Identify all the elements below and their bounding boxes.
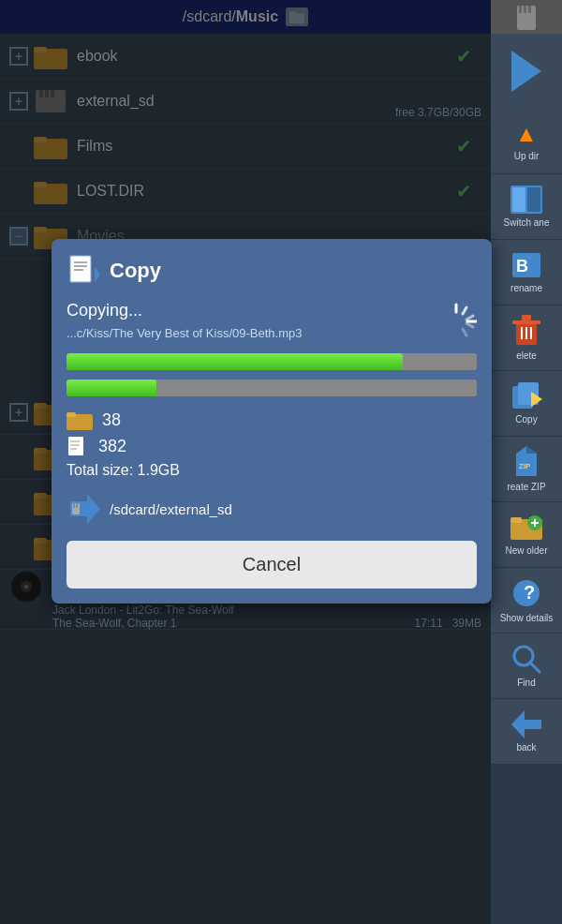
find-icon — [511, 644, 541, 674]
svg-line-76 — [530, 663, 540, 672]
rename-label: rename — [510, 283, 542, 293]
delete-icon — [512, 315, 540, 347]
copy-modal: Copy Copying... ...c/Kiss/The Very Best … — [52, 239, 492, 604]
sidebar-btn-find[interactable]: Find — [491, 633, 562, 699]
right-sidebar: ▲ Up dir Switch ane B rename elete — [491, 0, 562, 924]
svg-rect-58 — [522, 315, 531, 320]
sidebar-btn-new-folder[interactable]: New older — [491, 502, 562, 568]
sidebar-btn-back[interactable]: back — [491, 699, 562, 765]
sidebar-top — [491, 0, 562, 34]
modal-header: Copy — [67, 254, 477, 288]
svg-rect-53 — [527, 187, 540, 212]
show-details-icon: ? — [512, 577, 540, 609]
svg-rect-50 — [528, 6, 531, 13]
up-dir-icon: ▲ — [515, 121, 538, 147]
svg-rect-28 — [74, 269, 83, 271]
svg-line-33 — [466, 316, 473, 320]
svg-text:B: B — [516, 257, 528, 276]
sd-card-icon — [515, 2, 538, 32]
back-label: back — [516, 742, 536, 753]
show-details-label: Show details — [500, 613, 554, 623]
cancel-button[interactable]: Cancel — [67, 541, 477, 589]
sidebar-btn-switch-pane[interactable]: Switch ane — [491, 174, 562, 240]
folder-small-icon — [67, 410, 93, 430]
sidebar-btn-copy[interactable]: Copy — [491, 371, 562, 437]
sidebar-btn-delete[interactable]: elete — [491, 306, 562, 371]
total-size-label: Total size: — [67, 462, 133, 478]
rename-icon: B — [510, 251, 542, 279]
sidebar-btn-show-details[interactable]: ? Show details — [491, 568, 562, 633]
right-arrow-icon — [511, 51, 541, 92]
copy-icon — [510, 382, 542, 410]
nav-arrow-section — [491, 34, 562, 109]
svg-rect-40 — [70, 440, 80, 442]
file-count: 382 — [98, 437, 126, 456]
dest-arrow-icon — [67, 492, 100, 526]
svg-rect-45 — [73, 503, 75, 508]
svg-line-32 — [463, 307, 466, 314]
progress-bar-1 — [67, 353, 477, 370]
svg-rect-69 — [510, 517, 522, 523]
svg-rect-46 — [76, 503, 78, 508]
svg-marker-66 — [526, 446, 537, 454]
svg-rect-41 — [70, 444, 80, 446]
progress-fill-1 — [67, 353, 403, 370]
switch-pane-icon — [510, 186, 542, 214]
svg-rect-48 — [519, 6, 522, 13]
spinner — [436, 301, 477, 342]
progress-bar-2 — [67, 380, 477, 396]
svg-rect-42 — [70, 448, 77, 450]
file-small-icon — [67, 436, 89, 456]
new-folder-label: New older — [505, 545, 547, 556]
svg-rect-27 — [74, 265, 87, 267]
create-zip-label: reate ZIP — [507, 482, 545, 492]
svg-text:ZIP: ZIP — [519, 462, 531, 470]
switch-pane-label: Switch ane — [504, 217, 550, 228]
svg-line-34 — [466, 323, 473, 327]
up-dir-label: Up dir — [514, 151, 540, 161]
modal-title: Copy — [110, 259, 161, 283]
sidebar-btn-rename[interactable]: B rename — [491, 240, 562, 306]
svg-rect-57 — [512, 320, 540, 324]
svg-rect-49 — [524, 6, 526, 13]
copy-doc-icon — [67, 254, 100, 288]
svg-marker-77 — [511, 710, 541, 738]
folder-count-row: 38 — [67, 410, 477, 430]
folder-count: 38 — [102, 410, 121, 430]
copy-path: ...c/Kiss/The Very Best of Kiss/09-Beth.… — [67, 326, 477, 340]
progress-fill-2 — [67, 380, 156, 396]
file-count-row: 382 — [67, 436, 477, 456]
find-label: Find — [517, 678, 535, 688]
copy-status: Copying... — [67, 301, 477, 320]
svg-rect-52 — [512, 187, 525, 212]
copy-label: Copy — [515, 414, 537, 425]
svg-rect-38 — [67, 412, 76, 417]
total-size-row: Total size: 1.9GB — [67, 462, 477, 479]
svg-rect-26 — [74, 261, 87, 263]
svg-rect-72 — [534, 519, 536, 527]
create-zip-icon: ZIP — [512, 446, 540, 478]
total-size-value: 1.9GB — [138, 462, 180, 478]
back-icon — [511, 710, 541, 738]
new-folder-icon — [510, 514, 542, 542]
destination-row: /sdcard/external_sd — [67, 492, 477, 526]
svg-line-35 — [463, 329, 466, 335]
sidebar-btn-up-dir[interactable]: ▲ Up dir — [491, 109, 562, 174]
sidebar-btn-create-zip[interactable]: ZIP reate ZIP — [491, 437, 562, 502]
svg-text:?: ? — [524, 582, 535, 603]
delete-label: elete — [516, 350, 537, 361]
dest-path-label: /sdcard/external_sd — [110, 501, 232, 517]
